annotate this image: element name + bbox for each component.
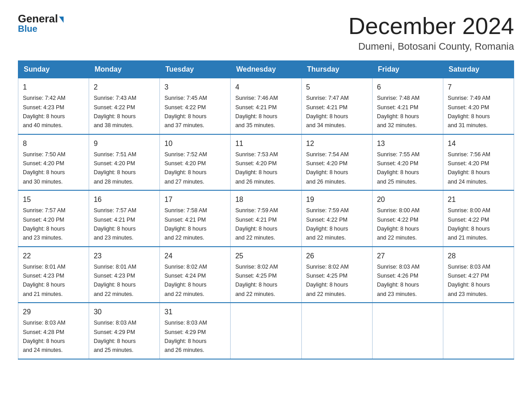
calendar-week-row: 15 Sunrise: 7:57 AMSunset: 4:20 PMDaylig…	[18, 190, 514, 247]
day-number: 28	[448, 251, 509, 261]
day-info: Sunrise: 8:03 AMSunset: 4:28 PMDaylight:…	[23, 320, 65, 353]
calendar-cell	[301, 303, 372, 359]
day-number: 5	[306, 82, 368, 93]
day-number: 2	[94, 82, 155, 93]
calendar-cell	[443, 303, 514, 359]
day-number: 22	[23, 251, 84, 261]
calendar-week-row: 29 Sunrise: 8:03 AMSunset: 4:28 PMDaylig…	[18, 303, 514, 359]
calendar-cell: 6 Sunrise: 7:48 AMSunset: 4:21 PMDayligh…	[372, 78, 443, 134]
calendar-cell: 27 Sunrise: 8:03 AMSunset: 4:26 PMDaylig…	[372, 247, 443, 303]
day-number: 18	[235, 194, 296, 205]
day-number: 12	[306, 138, 368, 149]
day-number: 25	[235, 251, 296, 261]
calendar-week-row: 1 Sunrise: 7:42 AMSunset: 4:23 PMDayligh…	[18, 78, 514, 134]
calendar-cell: 19 Sunrise: 7:59 AMSunset: 4:22 PMDaylig…	[301, 190, 372, 247]
calendar-cell: 22 Sunrise: 8:01 AMSunset: 4:23 PMDaylig…	[18, 247, 89, 303]
day-info: Sunrise: 7:57 AMSunset: 4:21 PMDaylight:…	[94, 207, 136, 241]
title-area: December 2024 Dumeni, Botosani County, R…	[348, 13, 514, 52]
calendar-week-row: 22 Sunrise: 8:01 AMSunset: 4:23 PMDaylig…	[18, 247, 514, 303]
day-info: Sunrise: 7:59 AMSunset: 4:22 PMDaylight:…	[306, 207, 349, 241]
calendar-cell: 15 Sunrise: 7:57 AMSunset: 4:20 PMDaylig…	[18, 190, 89, 247]
day-number: 1	[23, 82, 84, 93]
day-number: 4	[235, 82, 296, 93]
day-info: Sunrise: 8:03 AMSunset: 4:29 PMDaylight:…	[164, 320, 207, 353]
calendar-cell: 26 Sunrise: 8:02 AMSunset: 4:25 PMDaylig…	[301, 247, 372, 303]
day-number: 19	[306, 194, 368, 205]
logo-general-text: General	[18, 13, 64, 24]
calendar-cell: 7 Sunrise: 7:49 AMSunset: 4:20 PMDayligh…	[443, 78, 514, 134]
logo: General Blue	[18, 13, 64, 33]
day-info: Sunrise: 7:55 AMSunset: 4:20 PMDaylight:…	[377, 151, 420, 185]
calendar-cell: 8 Sunrise: 7:50 AMSunset: 4:20 PMDayligh…	[18, 134, 89, 191]
day-number: 27	[377, 251, 438, 261]
day-info: Sunrise: 8:02 AMSunset: 4:24 PMDaylight:…	[164, 264, 207, 297]
logo-area: General Blue	[18, 13, 64, 33]
day-info: Sunrise: 8:03 AMSunset: 4:27 PMDaylight:…	[448, 264, 490, 297]
day-info: Sunrise: 8:00 AMSunset: 4:22 PMDaylight:…	[448, 207, 490, 241]
day-number: 30	[94, 307, 155, 317]
col-header-tuesday: Tuesday	[160, 61, 231, 78]
day-info: Sunrise: 7:51 AMSunset: 4:20 PMDaylight:…	[94, 151, 136, 185]
day-number: 29	[23, 307, 84, 317]
col-header-wednesday: Wednesday	[231, 61, 301, 78]
calendar-cell: 25 Sunrise: 8:02 AMSunset: 4:25 PMDaylig…	[231, 247, 301, 303]
day-info: Sunrise: 8:01 AMSunset: 4:23 PMDaylight:…	[23, 264, 65, 297]
calendar-cell: 4 Sunrise: 7:46 AMSunset: 4:21 PMDayligh…	[231, 78, 301, 134]
calendar-cell	[231, 303, 301, 359]
day-number: 21	[448, 194, 509, 205]
calendar-cell: 17 Sunrise: 7:58 AMSunset: 4:21 PMDaylig…	[160, 190, 231, 247]
page-header: General Blue December 2024 Dumeni, Botos…	[18, 13, 514, 52]
day-number: 15	[23, 194, 84, 205]
col-header-saturday: Saturday	[443, 61, 514, 78]
day-number: 24	[164, 251, 226, 261]
day-number: 17	[164, 194, 226, 205]
day-info: Sunrise: 8:03 AMSunset: 4:29 PMDaylight:…	[94, 320, 136, 353]
month-title: December 2024	[348, 13, 514, 39]
calendar-cell: 14 Sunrise: 7:56 AMSunset: 4:20 PMDaylig…	[443, 134, 514, 191]
calendar-header-row: SundayMondayTuesdayWednesdayThursdayFrid…	[18, 61, 514, 78]
calendar-cell: 9 Sunrise: 7:51 AMSunset: 4:20 PMDayligh…	[89, 134, 160, 191]
calendar-cell: 13 Sunrise: 7:55 AMSunset: 4:20 PMDaylig…	[372, 134, 443, 191]
day-number: 6	[377, 82, 438, 93]
calendar-cell: 29 Sunrise: 8:03 AMSunset: 4:28 PMDaylig…	[18, 303, 89, 359]
day-info: Sunrise: 7:45 AMSunset: 4:22 PMDaylight:…	[164, 95, 207, 128]
calendar-cell: 11 Sunrise: 7:53 AMSunset: 4:20 PMDaylig…	[231, 134, 301, 191]
calendar-cell: 18 Sunrise: 7:59 AMSunset: 4:21 PMDaylig…	[231, 190, 301, 247]
calendar-cell: 16 Sunrise: 7:57 AMSunset: 4:21 PMDaylig…	[89, 190, 160, 247]
day-number: 9	[94, 138, 155, 149]
day-number: 23	[94, 251, 155, 261]
col-header-monday: Monday	[89, 61, 160, 78]
day-info: Sunrise: 7:48 AMSunset: 4:21 PMDaylight:…	[377, 95, 420, 128]
calendar-cell: 3 Sunrise: 7:45 AMSunset: 4:22 PMDayligh…	[160, 78, 231, 134]
day-number: 10	[164, 138, 226, 149]
day-number: 26	[306, 251, 368, 261]
calendar-cell: 10 Sunrise: 7:52 AMSunset: 4:20 PMDaylig…	[160, 134, 231, 191]
calendar-cell: 5 Sunrise: 7:47 AMSunset: 4:21 PMDayligh…	[301, 78, 372, 134]
calendar-cell: 23 Sunrise: 8:01 AMSunset: 4:23 PMDaylig…	[89, 247, 160, 303]
calendar-cell: 2 Sunrise: 7:43 AMSunset: 4:22 PMDayligh…	[89, 78, 160, 134]
day-info: Sunrise: 8:01 AMSunset: 4:23 PMDaylight:…	[94, 264, 136, 297]
day-info: Sunrise: 8:02 AMSunset: 4:25 PMDaylight:…	[235, 264, 278, 297]
logo-blue-text: Blue	[18, 24, 64, 33]
day-info: Sunrise: 7:49 AMSunset: 4:20 PMDaylight:…	[448, 95, 490, 128]
day-info: Sunrise: 7:54 AMSunset: 4:20 PMDaylight:…	[306, 151, 349, 185]
day-info: Sunrise: 7:50 AMSunset: 4:20 PMDaylight:…	[23, 151, 65, 185]
day-number: 31	[164, 307, 226, 317]
day-info: Sunrise: 7:59 AMSunset: 4:21 PMDaylight:…	[235, 207, 278, 241]
day-info: Sunrise: 7:42 AMSunset: 4:23 PMDaylight:…	[23, 95, 65, 128]
day-number: 7	[448, 82, 509, 93]
day-number: 14	[448, 138, 509, 149]
day-number: 20	[377, 194, 438, 205]
day-info: Sunrise: 7:46 AMSunset: 4:21 PMDaylight:…	[235, 95, 278, 128]
col-header-sunday: Sunday	[18, 61, 89, 78]
calendar-cell: 21 Sunrise: 8:00 AMSunset: 4:22 PMDaylig…	[443, 190, 514, 247]
day-info: Sunrise: 7:47 AMSunset: 4:21 PMDaylight:…	[306, 95, 349, 128]
day-info: Sunrise: 7:58 AMSunset: 4:21 PMDaylight:…	[164, 207, 207, 241]
calendar-cell: 28 Sunrise: 8:03 AMSunset: 4:27 PMDaylig…	[443, 247, 514, 303]
calendar-cell: 30 Sunrise: 8:03 AMSunset: 4:29 PMDaylig…	[89, 303, 160, 359]
location-title: Dumeni, Botosani County, Romania	[348, 41, 514, 52]
calendar-cell: 1 Sunrise: 7:42 AMSunset: 4:23 PMDayligh…	[18, 78, 89, 134]
day-info: Sunrise: 7:57 AMSunset: 4:20 PMDaylight:…	[23, 207, 65, 241]
day-info: Sunrise: 8:03 AMSunset: 4:26 PMDaylight:…	[377, 264, 420, 297]
day-number: 3	[164, 82, 226, 93]
